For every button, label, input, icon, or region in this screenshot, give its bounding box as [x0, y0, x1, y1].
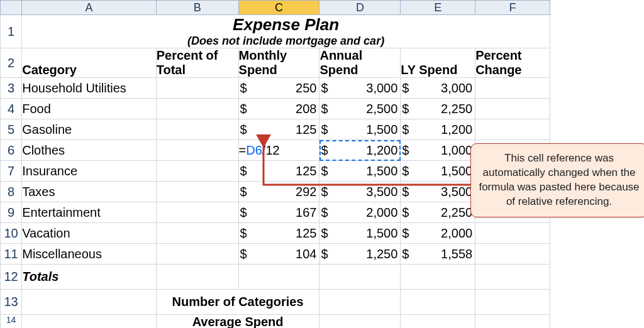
cell-BC13-numcat[interactable]: Number of Categories [156, 290, 319, 315]
cell-B5[interactable] [156, 119, 238, 140]
cell-A9[interactable]: Entertainment [22, 202, 156, 223]
cell-F4[interactable] [475, 99, 550, 119]
cell-A6[interactable]: Clothes [22, 140, 156, 161]
row-header-8[interactable]: 8 [1, 182, 22, 202]
cell-D9[interactable]: $2,000 [319, 202, 401, 223]
cell-A8[interactable]: Taxes [22, 182, 156, 202]
cell-D14[interactable] [319, 315, 401, 329]
cell-B6[interactable] [156, 140, 238, 161]
header-ly-spend[interactable]: LY Spend [401, 48, 475, 78]
header-category[interactable]: Category [22, 48, 156, 78]
cell-C5[interactable]: $125 [238, 119, 319, 140]
cell-C8[interactable]: $292 [238, 182, 319, 202]
cell-F5[interactable] [475, 119, 550, 140]
cell-F10[interactable] [475, 223, 550, 244]
cell-D11[interactable]: $1,250 [319, 244, 401, 265]
header-percent-total[interactable]: Percent ofTotal [156, 48, 238, 78]
cell-F12[interactable] [475, 265, 550, 290]
cell-A5[interactable]: Gasoline [22, 119, 156, 140]
cell-E8[interactable]: $3,500 [401, 182, 475, 202]
row-header-3[interactable]: 3 [1, 78, 22, 99]
cell-C6-active[interactable]: =D6/12 [238, 140, 319, 161]
cell-C10[interactable]: $125 [238, 223, 319, 244]
col-header-B[interactable]: B [156, 1, 238, 15]
cell-E13[interactable] [401, 290, 475, 315]
cell-A13[interactable] [22, 290, 156, 315]
header-monthly-spend[interactable]: MonthlySpend [238, 48, 319, 78]
row-header-6[interactable]: 6 [1, 140, 22, 161]
cell-D5[interactable]: $1,500 [319, 119, 401, 140]
cell-C9[interactable]: $167 [238, 202, 319, 223]
cell-B8[interactable] [156, 182, 238, 202]
cell-D12[interactable] [319, 265, 401, 290]
cell-C7[interactable]: $125 [238, 161, 319, 182]
cell-C12[interactable] [238, 265, 319, 290]
col-header-C[interactable]: C [238, 1, 319, 15]
row-header-2[interactable]: 2 [1, 48, 22, 78]
row-header-5[interactable]: 5 [1, 119, 22, 140]
cell-E7[interactable]: $1,500 [401, 161, 475, 182]
cell-E4[interactable]: $2,250 [401, 99, 475, 119]
cell-B3[interactable] [156, 78, 238, 99]
row-header-14[interactable]: 14 [1, 315, 22, 329]
cell-A10[interactable]: Vacation [22, 223, 156, 244]
select-all-corner[interactable] [1, 1, 22, 15]
row-header-4[interactable]: 4 [1, 99, 22, 119]
formula-cell-reference: D6 [246, 143, 262, 157]
cell-A7[interactable]: Insurance [22, 161, 156, 182]
header-percent-change[interactable]: PercentChange [475, 48, 550, 78]
col-header-E[interactable]: E [401, 1, 475, 15]
row-header-10[interactable]: 10 [1, 223, 22, 244]
row-header-11[interactable]: 11 [1, 244, 22, 265]
cell-F3[interactable] [475, 78, 550, 99]
cell-B7[interactable] [156, 161, 238, 182]
cell-D3[interactable]: $3,000 [319, 78, 401, 99]
cell-E12[interactable] [401, 265, 475, 290]
col-header-A[interactable]: A [22, 1, 156, 15]
cell-B4[interactable] [156, 99, 238, 119]
callout-text: This cell reference was automatically ch… [479, 152, 639, 207]
cell-C4[interactable]: $208 [238, 99, 319, 119]
cell-E9[interactable]: $2,250 [401, 202, 475, 223]
col-header-F[interactable]: F [475, 1, 550, 15]
cell-F13[interactable] [475, 290, 550, 315]
cell-B9[interactable] [156, 202, 238, 223]
cell-E6[interactable]: $1,000 [401, 140, 475, 161]
title-main: Expense Plan [22, 15, 550, 35]
cell-A4[interactable]: Food [22, 99, 156, 119]
cell-E3[interactable]: $3,000 [401, 78, 475, 99]
cell-B12[interactable] [156, 265, 238, 290]
cell-A11[interactable]: Miscellaneous [22, 244, 156, 265]
cell-E14[interactable] [401, 315, 475, 329]
title-band[interactable]: Expense Plan (Does not include mortgage … [22, 15, 550, 48]
cell-C3[interactable]: $250 [238, 78, 319, 99]
cell-E11[interactable]: $1,558 [401, 244, 475, 265]
cell-A12-totals[interactable]: Totals [22, 265, 156, 290]
cell-A14[interactable] [22, 315, 156, 329]
cell-BC14-avgspend[interactable]: Average Spend [156, 315, 319, 329]
cell-F11[interactable] [475, 244, 550, 265]
spreadsheet-grid[interactable]: A B C D E F 1 Expense Plan (Does not inc… [0, 0, 550, 328]
cell-F14[interactable] [475, 315, 550, 329]
cell-A3[interactable]: Household Utilities [22, 78, 156, 99]
row-header-13[interactable]: 13 [1, 290, 22, 315]
cell-E10[interactable]: $2,000 [401, 223, 475, 244]
cell-C11[interactable]: $104 [238, 244, 319, 265]
col-header-D[interactable]: D [319, 1, 401, 15]
cell-D4[interactable]: $2,500 [319, 99, 401, 119]
row-header-9[interactable]: 9 [1, 202, 22, 223]
cell-D7[interactable]: $1,500 [319, 161, 401, 182]
cell-D10[interactable]: $1,500 [319, 223, 401, 244]
cell-D8[interactable]: $3,500 [319, 182, 401, 202]
cell-B10[interactable] [156, 223, 238, 244]
row-header-12[interactable]: 12 [1, 265, 22, 290]
column-header-row[interactable]: A B C D E F [1, 1, 550, 15]
row-header-7[interactable]: 7 [1, 161, 22, 182]
row-header-1[interactable]: 1 [1, 15, 22, 48]
cell-E5[interactable]: $1,200 [401, 119, 475, 140]
header-annual-spend[interactable]: AnnualSpend [319, 48, 401, 78]
cell-D13[interactable] [319, 290, 401, 315]
cell-D6-referenced[interactable]: $1,200 [319, 140, 401, 161]
spreadsheet-viewport: A B C D E F 1 Expense Plan (Does not inc… [0, 0, 644, 328]
cell-B11[interactable] [156, 244, 238, 265]
